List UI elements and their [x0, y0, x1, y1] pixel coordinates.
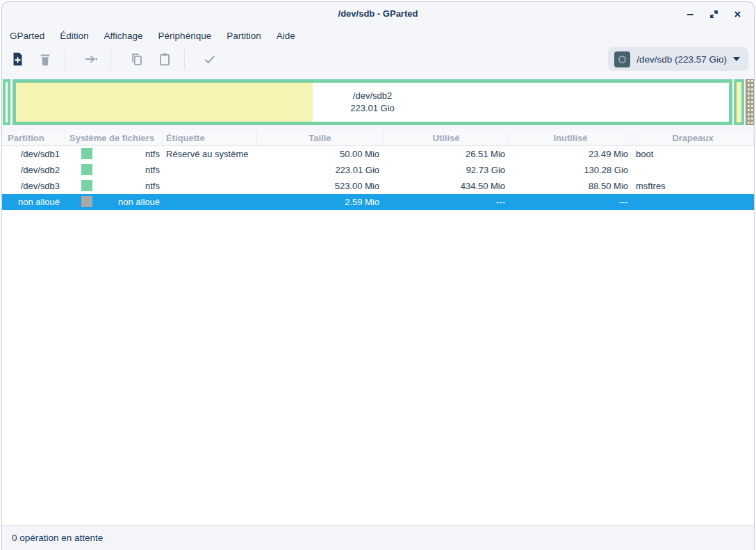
maximize-icon — [709, 10, 718, 19]
chevron-down-icon — [733, 57, 740, 61]
table-row-selected[interactable]: non alloué non alloué 2.59 Mio --- --- — [2, 194, 754, 210]
fs-color-swatch — [81, 148, 92, 159]
header-partition: Partition — [2, 130, 65, 145]
toolbar-separator — [110, 49, 111, 70]
titlebar: /dev/sdb - GParted — [2, 2, 754, 26]
cell-filesystem: ntfs — [65, 146, 163, 162]
cell-partition: non alloué — [2, 194, 65, 210]
pending-operations-text: 0 opération en attente — [12, 533, 103, 543]
close-button[interactable] — [730, 7, 744, 21]
statusbar: 0 opération en attente — [2, 525, 754, 550]
new-partition-icon — [10, 51, 25, 67]
cell-filesystem: non alloué — [65, 194, 163, 210]
fs-color-swatch — [81, 196, 92, 207]
fs-color-swatch — [81, 180, 92, 191]
cell-partition: /dev/sdb3 — [2, 178, 65, 194]
table-row[interactable]: /dev/sdb1 ntfs Réservé au système 50.00 … — [2, 146, 754, 162]
header-used: Utilisé — [384, 130, 509, 145]
device-selector[interactable]: /dev/sdb (223.57 Gio) — [608, 47, 748, 71]
gparted-window: /dev/sdb - GParted GParted Édition Affi — [1, 1, 755, 550]
toolbar-separator — [184, 49, 185, 70]
cell-unused: --- — [509, 194, 632, 210]
menu-partition[interactable]: Partition — [219, 28, 269, 44]
cell-flags: boot — [632, 146, 754, 162]
menubar: GParted Édition Affichage Périphérique P… — [2, 26, 754, 45]
cell-label — [163, 162, 257, 178]
check-icon — [202, 51, 217, 67]
cell-unused: 130.28 Gio — [509, 162, 632, 178]
resize-arrow-icon — [83, 51, 99, 67]
bar-segment-sdb1[interactable] — [3, 79, 10, 125]
header-flags: Drapeaux — [632, 130, 754, 145]
cell-filesystem: ntfs — [65, 162, 163, 178]
disk-visual-bar: /dev/sdb2 223.01 Gio — [2, 73, 754, 130]
menu-gparted[interactable]: GParted — [2, 28, 52, 44]
toolbar: /dev/sdb (223.57 Gio) — [2, 45, 754, 73]
cell-label: Réservé au système — [163, 146, 257, 162]
trash-icon — [38, 51, 53, 67]
cell-used: --- — [384, 194, 509, 210]
menu-edition[interactable]: Édition — [52, 28, 96, 44]
bar-segment-sdb2[interactable]: /dev/sdb2 223.01 Gio — [13, 79, 732, 125]
paste-partition-button[interactable] — [151, 48, 179, 70]
cell-partition: /dev/sdb2 — [2, 162, 65, 178]
cell-unused: 88.50 Mio — [509, 178, 632, 194]
bar-segment-sdb3[interactable] — [734, 79, 744, 125]
cell-label — [163, 178, 257, 194]
table-row[interactable]: /dev/sdb3 ntfs 523.00 Mio 434.50 Mio 88.… — [2, 178, 754, 194]
cell-size: 2.59 Mio — [257, 194, 384, 210]
cell-flags — [632, 162, 754, 178]
cell-used: 92.73 Gio — [384, 162, 509, 178]
apply-operations-button[interactable] — [196, 48, 224, 70]
cell-filesystem: ntfs — [65, 178, 163, 194]
hard-disk-icon — [614, 51, 630, 67]
window-title: /dev/sdb - GParted — [2, 8, 754, 19]
menu-peripherique[interactable]: Périphérique — [151, 28, 220, 44]
cell-used: 26.51 Mio — [384, 146, 509, 162]
cell-unused: 23.49 Mio — [509, 146, 632, 162]
cell-size: 523.00 Mio — [257, 178, 384, 194]
header-size: Taille — [257, 130, 384, 145]
copy-partition-button[interactable] — [123, 48, 151, 70]
delete-partition-button[interactable] — [31, 48, 59, 70]
bar-segment-unallocated[interactable] — [746, 79, 755, 125]
cell-flags: msftres — [632, 178, 754, 194]
window-controls — [683, 7, 744, 21]
table-empty-area — [2, 210, 754, 525]
cell-size: 223.01 Gio — [257, 162, 384, 178]
cell-label — [163, 194, 257, 210]
new-partition-button[interactable] — [3, 48, 31, 70]
cell-flags — [632, 194, 754, 210]
minimize-icon — [686, 10, 695, 19]
cell-used: 434.50 Mio — [384, 178, 509, 194]
cell-partition: /dev/sdb1 — [2, 146, 65, 162]
fs-color-swatch — [81, 164, 92, 175]
header-filesystem: Système de fichiers — [65, 130, 163, 145]
cell-size: 50.00 Mio — [257, 146, 384, 162]
close-icon — [733, 10, 742, 19]
resize-move-button[interactable] — [77, 48, 105, 70]
header-unused: Inutilisé — [509, 130, 632, 145]
table-header: Partition Système de fichiers Étiquette … — [2, 130, 754, 146]
header-label: Étiquette — [163, 130, 257, 145]
maximize-button[interactable] — [707, 7, 721, 21]
copy-icon — [129, 51, 145, 67]
menu-aide[interactable]: Aide — [269, 28, 303, 44]
toolbar-separator — [65, 49, 65, 70]
sdb2-bar-label: /dev/sdb2 223.01 Gio — [16, 90, 729, 115]
paste-clipboard-icon — [157, 51, 172, 67]
minimize-button[interactable] — [683, 7, 697, 21]
table-row[interactable]: /dev/sdb2 ntfs 223.01 Gio 92.73 Gio 130.… — [2, 162, 754, 178]
device-selector-label: /dev/sdb (223.57 Gio) — [636, 54, 727, 65]
menu-affichage[interactable]: Affichage — [97, 28, 151, 44]
